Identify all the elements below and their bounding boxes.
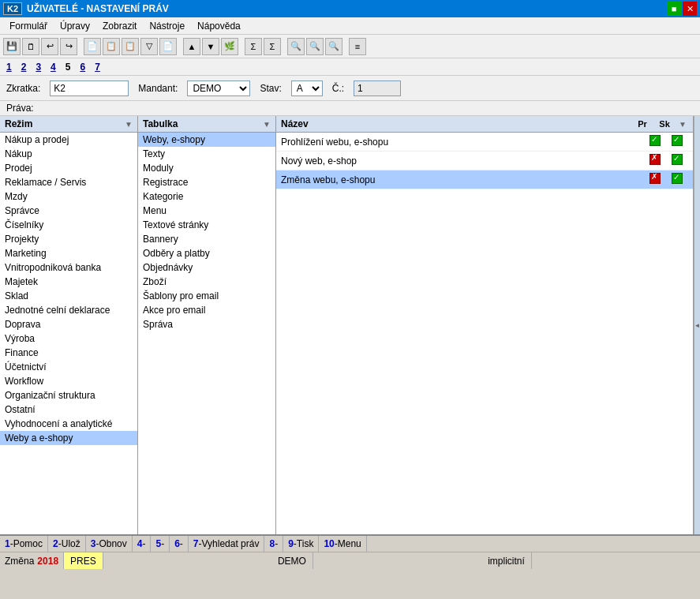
list-item[interactable]: Akce pro email [138,303,275,317]
list-item[interactable]: Objednávky [138,260,275,275]
list-item[interactable]: Vnitropodniková banka [0,260,137,275]
list-item[interactable]: Sklad [0,289,137,303]
fn-1[interactable]: 1-Pomoc [0,536,48,552]
fn-5[interactable]: 5- [151,536,170,552]
list-item[interactable]: Zboží [138,275,275,289]
list-item[interactable]: Weby a e-shopy [0,431,137,445]
list-item[interactable]: Nákup a prodej [0,133,137,147]
list-item[interactable]: Správa [138,317,275,331]
list-item[interactable]: Majetek [0,275,137,289]
toolbar-down[interactable]: ▼ [202,38,219,55]
status-implicitni: implicitní [481,552,532,569]
fn-8[interactable]: 8- [264,536,283,552]
fn-4[interactable]: 4- [133,536,152,552]
list-item[interactable]: Kategorie [138,189,275,204]
tab-7[interactable]: 7 [92,61,103,73]
toolbar-menu[interactable]: ≡ [349,38,366,55]
tabulka-panel: Tabulka ▼ Weby, e-shopy Texty Moduly Reg… [138,116,276,534]
toolbar-undo[interactable]: ↩ [41,38,58,55]
list-item[interactable]: Jednotné celní deklarace [0,303,137,317]
tab-5[interactable]: 5 [62,61,74,73]
tab-1[interactable]: 1 [3,61,15,73]
toolbar: 💾 🗒 ↩ ↪ 📄 📋 📋 ▽ 📄 ▲ ▼ 🌿 Σ Σ 🔍 🔍 🔍 ≡ [0,35,700,58]
check-pr[interactable] [644,135,666,148]
menu-zobrazit[interactable]: Zobrazit [96,19,143,33]
check-sk[interactable] [666,154,688,167]
toolbar-search2[interactable]: 🔍 [306,38,324,55]
list-item[interactable]: Vyhodnocení a analytické [0,417,137,431]
list-item[interactable]: Nákup [0,147,137,161]
tab-6[interactable]: 6 [77,61,88,73]
tab-3[interactable]: 3 [32,61,44,73]
list-item[interactable]: Projekty [0,232,137,246]
menu-napoveda[interactable]: Nápověda [191,19,247,33]
status-zmena: Změna 2018 [0,552,64,569]
nazev-list[interactable]: Prohlížení webu, e-shopu Nový web, e-sho… [276,133,693,534]
list-item[interactable]: Textové stránky [138,218,275,232]
list-item[interactable]: Finance [0,346,137,360]
fn-9[interactable]: 9-Tisk [283,536,319,552]
cislo-input[interactable] [354,80,401,96]
toolbar-btn7[interactable]: 📋 [122,38,139,55]
stav-select[interactable]: A [291,80,323,96]
tab-4[interactable]: 4 [47,61,59,73]
toolbar-search3[interactable]: 🔍 [325,38,343,55]
list-item[interactable]: Registrace [138,175,275,189]
toolbar-btn12[interactable]: 🌿 [221,38,238,55]
list-item[interactable]: Moduly [138,161,275,175]
zkratka-input[interactable] [50,80,129,96]
list-item[interactable]: Mzdy [0,189,137,204]
list-item[interactable]: Workflow [0,374,137,388]
toolbar-save[interactable]: 💾 [3,38,21,55]
mandant-select[interactable]: DEMO [187,80,250,96]
list-item[interactable]: Weby, e-shopy [138,133,275,147]
table-row[interactable]: Změna webu, e-shopu [276,170,693,189]
toolbar-btn6[interactable]: 📋 [103,38,120,55]
toolbar-filter[interactable]: ▽ [140,38,158,55]
list-item[interactable]: Doprava [0,317,137,331]
list-item[interactable]: Menu [138,204,275,218]
toolbar-btn5[interactable]: 📄 [84,38,101,55]
list-item[interactable]: Číselníky [0,218,137,232]
list-item[interactable]: Marketing [0,246,137,260]
list-item[interactable]: Správce [0,204,137,218]
list-item[interactable]: Reklamace / Servis [0,175,137,189]
list-item[interactable]: Prodej [0,161,137,175]
list-item[interactable]: Bannery [138,232,275,246]
toolbar-sum2[interactable]: Σ [264,38,281,55]
check-sk[interactable] [666,135,688,148]
fn-3[interactable]: 3-Obnov [86,536,133,552]
menu-upravy[interactable]: Úpravy [54,19,96,33]
toolbar-btn9[interactable]: 📄 [159,38,177,55]
toolbar-redo[interactable]: ↪ [60,38,77,55]
toolbar-sum[interactable]: Σ [245,38,262,55]
zkratka-label: Zkratka: [6,83,40,94]
fn-10[interactable]: 10-Menu [319,536,366,552]
menu-nastroje[interactable]: Nástroje [143,19,191,33]
list-item[interactable]: Výroba [0,331,137,346]
list-item[interactable]: Šablony pro email [138,289,275,303]
check-sk[interactable] [666,173,688,186]
list-item[interactable]: Odběry a platby [138,246,275,260]
toolbar-up[interactable]: ▲ [183,38,200,55]
toolbar-search1[interactable]: 🔍 [287,38,305,55]
close-button[interactable]: ✕ [683,2,697,16]
fn-6[interactable]: 6- [170,536,189,552]
toolbar-btn2[interactable]: 🗒 [22,38,39,55]
fn-7[interactable]: 7-Vyhledat práv [189,536,265,552]
tab-2[interactable]: 2 [18,61,30,73]
fn-2[interactable]: 2-Ulož [48,536,86,552]
list-item[interactable]: Ostatní [0,402,137,417]
table-row[interactable]: Prohlížení webu, e-shopu [276,133,693,152]
check-pr[interactable] [644,154,666,167]
list-item[interactable]: Organizační struktura [0,388,137,402]
menu-formular[interactable]: Formulář [3,19,54,33]
tabulka-list[interactable]: Weby, e-shopy Texty Moduly Registrace Ka… [138,133,275,534]
rezim-list[interactable]: Nákup a prodej Nákup Prodej Reklamace / … [0,133,137,534]
table-row[interactable]: Nový web, e-shop [276,152,693,170]
check-pr[interactable] [644,173,666,186]
right-resize-handle[interactable]: ◄ [694,116,700,534]
maximize-button[interactable]: ■ [667,2,681,16]
list-item[interactable]: Účetnictví [0,360,137,374]
list-item[interactable]: Texty [138,147,275,161]
